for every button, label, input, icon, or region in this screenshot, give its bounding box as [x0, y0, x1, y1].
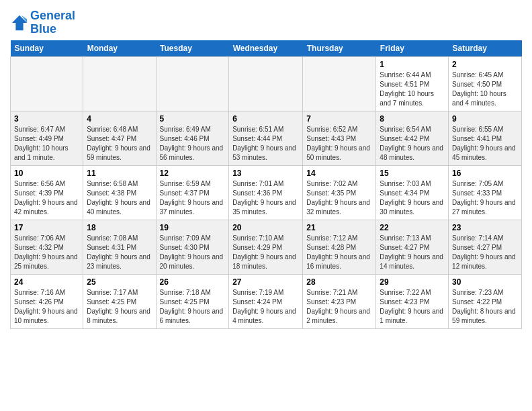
day-info: Sunrise: 7:17 AM Sunset: 4:25 PM Dayligh… [87, 288, 152, 326]
day-info: Sunrise: 7:13 AM Sunset: 4:27 PM Dayligh… [380, 234, 445, 271]
calendar-cell: 17Sunrise: 7:06 AM Sunset: 4:32 PM Dayli… [11, 220, 83, 274]
day-number: 22 [380, 223, 445, 232]
calendar-cell: 13Sunrise: 7:01 AM Sunset: 4:36 PM Dayli… [229, 165, 303, 220]
logo-general: General [30, 9, 75, 22]
calendar-cell: 26Sunrise: 7:18 AM Sunset: 4:25 PM Dayli… [156, 274, 229, 328]
calendar-cell: 14Sunrise: 7:02 AM Sunset: 4:35 PM Dayli… [303, 165, 376, 220]
calendar-header-tuesday: Tuesday [156, 40, 229, 57]
calendar-cell: 9Sunrise: 6:55 AM Sunset: 4:41 PM Daylig… [449, 111, 522, 165]
calendar-cell: 20Sunrise: 7:10 AM Sunset: 4:29 PM Dayli… [229, 220, 303, 274]
calendar-header-friday: Friday [376, 40, 449, 57]
day-number: 1 [380, 60, 445, 69]
day-info: Sunrise: 7:09 AM Sunset: 4:30 PM Dayligh… [160, 234, 226, 271]
calendar-cell [229, 56, 303, 111]
calendar-cell: 19Sunrise: 7:09 AM Sunset: 4:30 PM Dayli… [156, 220, 229, 274]
calendar-cell: 1Sunrise: 6:44 AM Sunset: 4:51 PM Daylig… [376, 56, 449, 111]
calendar-week-row: 3Sunrise: 6:47 AM Sunset: 4:49 PM Daylig… [11, 111, 522, 165]
calendar-cell [11, 56, 83, 111]
day-number: 17 [14, 223, 79, 232]
calendar-cell: 23Sunrise: 7:14 AM Sunset: 4:27 PM Dayli… [449, 220, 522, 274]
day-number: 4 [87, 114, 152, 124]
day-info: Sunrise: 6:47 AM Sunset: 4:49 PM Dayligh… [14, 125, 79, 163]
calendar-cell: 10Sunrise: 6:56 AM Sunset: 4:39 PM Dayli… [11, 165, 83, 220]
calendar-cell: 5Sunrise: 6:49 AM Sunset: 4:46 PM Daylig… [156, 111, 229, 165]
day-info: Sunrise: 6:44 AM Sunset: 4:51 PM Dayligh… [380, 71, 445, 108]
calendar-cell [303, 56, 376, 111]
day-number: 3 [14, 114, 79, 124]
day-number: 12 [160, 169, 226, 178]
calendar-week-row: 1Sunrise: 6:44 AM Sunset: 4:51 PM Daylig… [11, 56, 522, 111]
day-number: 30 [452, 277, 518, 287]
day-number: 9 [452, 114, 518, 124]
day-info: Sunrise: 6:49 AM Sunset: 4:46 PM Dayligh… [160, 125, 226, 163]
day-info: Sunrise: 6:48 AM Sunset: 4:47 PM Dayligh… [87, 125, 152, 163]
calendar-cell: 24Sunrise: 7:16 AM Sunset: 4:26 PM Dayli… [11, 274, 83, 328]
day-info: Sunrise: 7:01 AM Sunset: 4:36 PM Dayligh… [232, 179, 299, 217]
day-info: Sunrise: 6:45 AM Sunset: 4:50 PM Dayligh… [452, 71, 518, 108]
calendar-cell: 11Sunrise: 6:58 AM Sunset: 4:38 PM Dayli… [83, 165, 156, 220]
day-number: 21 [306, 223, 372, 232]
calendar-cell: 28Sunrise: 7:21 AM Sunset: 4:23 PM Dayli… [303, 274, 376, 328]
calendar-cell: 6Sunrise: 6:51 AM Sunset: 4:44 PM Daylig… [229, 111, 303, 165]
day-number: 10 [14, 169, 79, 178]
day-number: 29 [380, 277, 445, 287]
day-number: 25 [87, 277, 152, 287]
calendar-cell: 16Sunrise: 7:05 AM Sunset: 4:33 PM Dayli… [449, 165, 522, 220]
calendar-cell: 22Sunrise: 7:13 AM Sunset: 4:27 PM Dayli… [376, 220, 449, 274]
day-info: Sunrise: 7:22 AM Sunset: 4:23 PM Dayligh… [380, 288, 445, 326]
day-info: Sunrise: 6:54 AM Sunset: 4:42 PM Dayligh… [380, 125, 445, 163]
calendar-cell: 21Sunrise: 7:12 AM Sunset: 4:28 PM Dayli… [303, 220, 376, 274]
calendar-cell: 25Sunrise: 7:17 AM Sunset: 4:25 PM Dayli… [83, 274, 156, 328]
calendar-week-row: 24Sunrise: 7:16 AM Sunset: 4:26 PM Dayli… [11, 274, 522, 328]
calendar-header-wednesday: Wednesday [229, 40, 303, 57]
calendar-cell: 12Sunrise: 6:59 AM Sunset: 4:37 PM Dayli… [156, 165, 229, 220]
calendar-week-row: 17Sunrise: 7:06 AM Sunset: 4:32 PM Dayli… [11, 220, 522, 274]
calendar-table: SundayMondayTuesdayWednesdayThursdayFrid… [10, 40, 522, 329]
day-info: Sunrise: 7:19 AM Sunset: 4:24 PM Dayligh… [232, 288, 299, 326]
day-number: 24 [14, 277, 79, 287]
day-info: Sunrise: 7:18 AM Sunset: 4:25 PM Dayligh… [160, 288, 226, 326]
calendar-header-monday: Monday [83, 40, 156, 57]
day-info: Sunrise: 7:12 AM Sunset: 4:28 PM Dayligh… [306, 234, 372, 271]
day-info: Sunrise: 7:08 AM Sunset: 4:31 PM Dayligh… [87, 234, 152, 271]
logo-blue: Blue [30, 22, 56, 36]
calendar-header-row: SundayMondayTuesdayWednesdayThursdayFrid… [11, 40, 522, 57]
day-number: 15 [380, 169, 445, 178]
calendar-cell: 18Sunrise: 7:08 AM Sunset: 4:31 PM Dayli… [83, 220, 156, 274]
day-info: Sunrise: 7:16 AM Sunset: 4:26 PM Dayligh… [14, 288, 79, 326]
day-number: 5 [160, 114, 226, 124]
calendar-cell: 30Sunrise: 7:23 AM Sunset: 4:22 PM Dayli… [449, 274, 522, 328]
day-info: Sunrise: 7:14 AM Sunset: 4:27 PM Dayligh… [452, 234, 518, 271]
calendar-header-sunday: Sunday [11, 40, 83, 57]
day-number: 11 [87, 169, 152, 178]
calendar-cell: 15Sunrise: 7:03 AM Sunset: 4:34 PM Dayli… [376, 165, 449, 220]
day-number: 13 [232, 169, 299, 178]
logo: General Blue [10, 9, 75, 36]
day-info: Sunrise: 7:02 AM Sunset: 4:35 PM Dayligh… [306, 179, 372, 217]
calendar-cell: 8Sunrise: 6:54 AM Sunset: 4:42 PM Daylig… [376, 111, 449, 165]
day-info: Sunrise: 6:52 AM Sunset: 4:43 PM Dayligh… [306, 125, 372, 163]
day-number: 27 [232, 277, 299, 287]
day-info: Sunrise: 7:03 AM Sunset: 4:34 PM Dayligh… [380, 179, 445, 217]
calendar-cell: 7Sunrise: 6:52 AM Sunset: 4:43 PM Daylig… [303, 111, 376, 165]
calendar-cell [156, 56, 229, 111]
calendar-cell [83, 56, 156, 111]
day-info: Sunrise: 6:59 AM Sunset: 4:37 PM Dayligh… [160, 179, 226, 217]
logo-icon [10, 13, 29, 32]
day-info: Sunrise: 6:56 AM Sunset: 4:39 PM Dayligh… [14, 179, 79, 217]
calendar-cell: 3Sunrise: 6:47 AM Sunset: 4:49 PM Daylig… [11, 111, 83, 165]
calendar-cell: 27Sunrise: 7:19 AM Sunset: 4:24 PM Dayli… [229, 274, 303, 328]
day-number: 2 [452, 60, 518, 69]
calendar-cell: 29Sunrise: 7:22 AM Sunset: 4:23 PM Dayli… [376, 274, 449, 328]
day-number: 18 [87, 223, 152, 232]
day-number: 7 [306, 114, 372, 124]
day-number: 19 [160, 223, 226, 232]
day-number: 26 [160, 277, 226, 287]
page-header: General Blue [10, 7, 522, 36]
day-number: 8 [380, 114, 445, 124]
svg-marker-1 [12, 15, 27, 30]
day-info: Sunrise: 7:23 AM Sunset: 4:22 PM Dayligh… [452, 288, 518, 326]
day-number: 20 [232, 223, 299, 232]
day-number: 14 [306, 169, 372, 178]
day-info: Sunrise: 6:58 AM Sunset: 4:38 PM Dayligh… [87, 179, 152, 217]
